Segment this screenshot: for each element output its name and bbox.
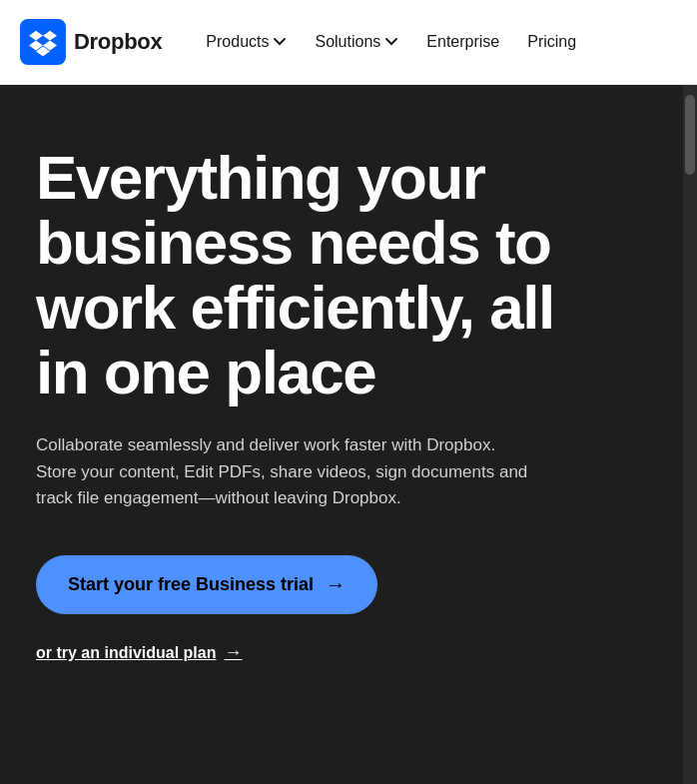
individual-link-arrow-icon: → bbox=[224, 642, 242, 663]
navbar: Dropbox Products Solutions Enterprise bbox=[0, 0, 697, 85]
nav-enterprise-link[interactable]: Enterprise bbox=[414, 25, 511, 59]
cta-button-label: Start your free Business trial bbox=[68, 574, 314, 595]
nav-enterprise-label: Enterprise bbox=[426, 33, 499, 51]
nav-links: Products Solutions Enterprise Pricing bbox=[194, 25, 677, 59]
nav-pricing-link[interactable]: Pricing bbox=[515, 25, 588, 59]
dropbox-logo-icon bbox=[20, 19, 66, 65]
nav-solutions-label: Solutions bbox=[315, 33, 380, 51]
scrollbar-thumb[interactable] bbox=[685, 95, 695, 175]
brand-name: Dropbox bbox=[74, 29, 162, 55]
nav-products-link[interactable]: Products bbox=[194, 25, 299, 59]
individual-link-label: or try an individual plan bbox=[36, 644, 216, 662]
hero-title: Everything your business needs to work e… bbox=[36, 145, 615, 404]
cta-business-trial-button[interactable]: Start your free Business trial → bbox=[36, 555, 377, 614]
nav-products-label: Products bbox=[206, 33, 269, 51]
cta-arrow-icon: → bbox=[326, 573, 346, 596]
nav-pricing-label: Pricing bbox=[527, 33, 576, 51]
individual-plan-link[interactable]: or try an individual plan → bbox=[36, 642, 242, 663]
hero-subtitle: Collaborate seamlessly and deliver work … bbox=[36, 432, 535, 511]
logo-link[interactable]: Dropbox bbox=[20, 19, 162, 65]
hero-section: Everything your business needs to work e… bbox=[0, 85, 697, 784]
nav-solutions-link[interactable]: Solutions bbox=[303, 25, 410, 59]
products-chevron-icon bbox=[273, 35, 287, 49]
scrollbar-track[interactable] bbox=[683, 85, 697, 784]
solutions-chevron-icon bbox=[384, 35, 398, 49]
